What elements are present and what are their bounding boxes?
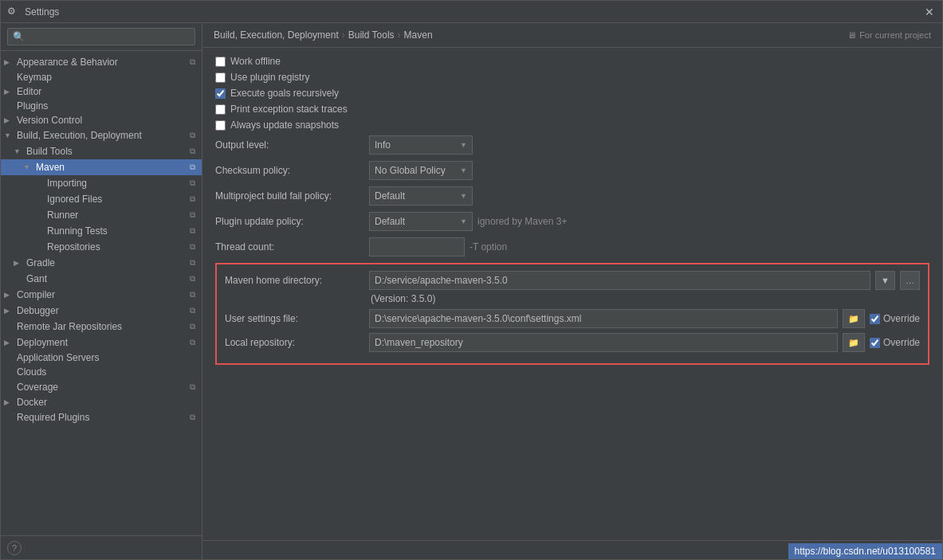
sidebar-label-keymap: Keymap xyxy=(15,72,202,83)
sidebar-label-remote-jar: Remote Jar Repositories xyxy=(15,321,186,332)
arrow-icon-build-execution: ▼ xyxy=(4,131,15,139)
maven-home-input[interactable] xyxy=(369,271,870,290)
copy-icon-gant: ⧉ xyxy=(186,272,198,285)
maven-home-browse-btn[interactable]: … xyxy=(900,271,920,290)
maven-home-row: Maven home directory: ▼ … xyxy=(225,271,920,290)
copy-icon-runner: ⧉ xyxy=(186,209,198,221)
checkbox-row-use-plugin-registry: Use plugin registry xyxy=(215,72,929,83)
checkbox-execute-goals[interactable] xyxy=(215,88,226,99)
checksum-policy-dropdown[interactable]: No Global Policy ▼ xyxy=(369,161,473,180)
checksum-arrow: ▼ xyxy=(460,166,467,174)
output-level-value: Info xyxy=(375,139,457,151)
sidebar-label-plugins: Plugins xyxy=(15,100,202,112)
sidebar-item-importing[interactable]: Importing⧉ xyxy=(1,175,202,191)
sidebar-item-build-execution[interactable]: ▼Build, Execution, Deployment⧉ xyxy=(1,127,202,143)
user-settings-browse-btn[interactable]: 📁 xyxy=(843,309,865,328)
sidebar-label-runner: Runner xyxy=(45,210,186,221)
multiproject-policy-control: Default ▼ xyxy=(369,186,473,206)
sidebar-item-appearance[interactable]: ▶Appearance & Behavior⧉ xyxy=(1,54,202,70)
sidebar-item-deployment[interactable]: ▶Deployment⧉ xyxy=(1,335,202,350)
sidebar-item-repositories[interactable]: Repositories⧉ xyxy=(1,239,202,255)
checkbox-row-execute-goals: Execute goals recursively xyxy=(215,88,929,99)
sidebar-label-importing: Importing xyxy=(45,178,186,189)
sidebar: ▶Appearance & Behavior⧉Keymap▶EditorPlug… xyxy=(1,23,202,559)
breadcrumb-sep-2: › xyxy=(398,29,401,41)
maven-home-dropdown-btn[interactable]: ▼ xyxy=(875,271,895,290)
sidebar-bottom: ? xyxy=(1,535,202,559)
checkbox-use-plugin-registry[interactable] xyxy=(215,72,226,83)
local-repo-override-checkbox[interactable] xyxy=(870,338,880,348)
checkbox-label-work-offline: Work offline xyxy=(230,56,281,67)
sidebar-item-build-tools[interactable]: ▼Build Tools⧉ xyxy=(1,143,202,159)
close-button[interactable]: ✕ xyxy=(923,6,936,18)
sidebar-label-debugger: Debugger xyxy=(15,305,186,316)
plugin-update-dropdown[interactable]: Default ▼ xyxy=(369,212,473,231)
checkbox-label-always-update: Always update snapshots xyxy=(230,119,339,131)
sidebar-label-maven: Maven xyxy=(34,162,186,173)
arrow-icon-debugger: ▶ xyxy=(4,307,15,315)
sidebar-item-coverage[interactable]: Coverage⧉ xyxy=(1,379,202,395)
user-settings-input[interactable] xyxy=(369,309,838,328)
sidebar-item-running-tests[interactable]: Running Tests⧉ xyxy=(1,223,202,239)
sidebar-item-plugins[interactable]: Plugins xyxy=(1,99,202,113)
sidebar-item-compiler[interactable]: ▶Compiler⧉ xyxy=(1,287,202,303)
search-input[interactable] xyxy=(7,28,195,45)
local-repo-label: Local repository: xyxy=(225,337,364,348)
local-repo-browse-btn[interactable]: 📁 xyxy=(843,333,865,352)
sidebar-item-gant[interactable]: Gant⧉ xyxy=(1,271,202,287)
copy-icon-ignored-files: ⧉ xyxy=(186,193,198,206)
checkbox-always-update[interactable] xyxy=(215,120,226,131)
sidebar-item-ignored-files[interactable]: Ignored Files⧉ xyxy=(1,191,202,207)
sidebar-item-runner[interactable]: Runner⧉ xyxy=(1,207,202,223)
checkboxes-container: Work offlineUse plugin registryExecute g… xyxy=(215,56,929,131)
window-title: Settings xyxy=(25,6,923,18)
sidebar-item-docker[interactable]: ▶Docker xyxy=(1,395,202,409)
user-settings-override-checkbox[interactable] xyxy=(870,314,880,324)
multiproject-policy-value: Default xyxy=(375,190,457,202)
checkbox-label-use-plugin-registry: Use plugin registry xyxy=(230,72,309,83)
multiproject-policy-dropdown[interactable]: Default ▼ xyxy=(369,186,473,206)
sidebar-item-keymap[interactable]: Keymap xyxy=(1,70,202,84)
sidebar-label-version-control: Version Control xyxy=(15,115,202,126)
output-level-dropdown[interactable]: Info ▼ xyxy=(369,135,473,155)
main-content: ▶Appearance & Behavior⧉Keymap▶EditorPlug… xyxy=(1,23,942,559)
sidebar-item-debugger[interactable]: ▶Debugger⧉ xyxy=(1,303,202,319)
checksum-policy-value: No Global Policy xyxy=(375,165,457,176)
sidebar-item-gradle[interactable]: ▶Gradle⧉ xyxy=(1,255,202,271)
project-label: 🖥 For current project xyxy=(847,30,931,40)
checksum-policy-row: Checksum policy: No Global Policy ▼ xyxy=(215,161,929,180)
sidebar-item-editor[interactable]: ▶Editor xyxy=(1,84,202,99)
app-icon: ⚙ xyxy=(7,6,20,18)
status-bar: https://blog.csdn.net/u013100581 xyxy=(202,540,942,559)
copy-icon-required-plugins: ⧉ xyxy=(186,411,198,424)
sidebar-label-app-servers: Application Servers xyxy=(15,352,202,363)
breadcrumb-sep-1: › xyxy=(342,29,345,41)
checkbox-row-print-exception: Print exception stack traces xyxy=(215,104,929,115)
sidebar-item-maven[interactable]: ▼Maven⧉ xyxy=(1,159,202,175)
user-settings-override-label: Override xyxy=(883,313,920,324)
sidebar-item-required-plugins[interactable]: Required Plugins⧉ xyxy=(1,409,202,425)
arrow-icon-editor: ▶ xyxy=(4,88,15,96)
checkbox-print-exception[interactable] xyxy=(215,104,226,115)
copy-icon-gradle: ⧉ xyxy=(186,257,198,269)
sidebar-label-docker: Docker xyxy=(15,397,202,408)
sidebar-tree: ▶Appearance & Behavior⧉Keymap▶EditorPlug… xyxy=(1,51,202,535)
sidebar-item-app-servers[interactable]: Application Servers xyxy=(1,350,202,365)
sidebar-label-ignored-files: Ignored Files xyxy=(45,194,186,205)
sidebar-item-version-control[interactable]: ▶Version Control xyxy=(1,113,202,127)
settings-content: Work offlineUse plugin registryExecute g… xyxy=(202,48,942,540)
copy-icon-coverage: ⧉ xyxy=(186,381,198,394)
sidebar-label-compiler: Compiler xyxy=(15,289,186,300)
local-repo-input[interactable] xyxy=(369,333,838,352)
arrow-icon-appearance: ▶ xyxy=(4,58,15,66)
user-settings-override: Override xyxy=(870,313,920,324)
arrow-icon-gradle: ▶ xyxy=(14,259,25,267)
maven-version: (Version: 3.5.0) xyxy=(371,293,920,304)
sidebar-item-clouds[interactable]: Clouds xyxy=(1,365,202,379)
checkbox-work-offline[interactable] xyxy=(215,57,226,67)
checkbox-label-execute-goals: Execute goals recursively xyxy=(230,88,339,99)
help-button[interactable]: ? xyxy=(7,541,22,555)
thread-count-input[interactable] xyxy=(369,237,465,257)
sidebar-item-remote-jar[interactable]: Remote Jar Repositories⧉ xyxy=(1,319,202,335)
arrow-icon-build-tools: ▼ xyxy=(14,147,25,155)
